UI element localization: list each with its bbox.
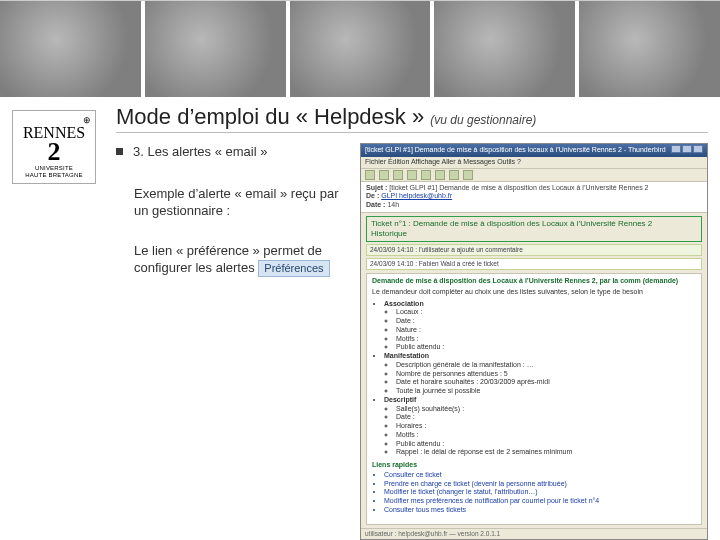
desc-label: Descriptif [384, 396, 416, 403]
banner-tile [290, 1, 435, 97]
banner-tile [579, 1, 720, 97]
email-body: Demande de mise à disposition des Locaux… [366, 273, 702, 525]
toolbar-icon[interactable] [407, 170, 417, 180]
ticket-title-box: Ticket n°1 : Demande de mise à dispositi… [366, 216, 702, 242]
explanatory-text: 3. Les alertes « email » Exemple d’alert… [116, 143, 346, 540]
body-heading: Demande de mise à disposition des Locaux… [372, 277, 696, 286]
ticket-title: Ticket n°1 : Demande de mise à dispositi… [371, 219, 697, 229]
email-window-title: [ticket GLPI #1] Demande de mise à dispo… [365, 146, 666, 155]
list-item: Salle(s) souhaitée(s) : [396, 405, 696, 414]
quick-link[interactable]: Modifier mes préférences de notification… [384, 497, 696, 506]
list-item: Nombre de personnes attendues : 5 [396, 370, 696, 379]
value-subject: [ticket GLPI #1] Demande de mise à dispo… [389, 184, 648, 191]
toolbar-icon[interactable] [435, 170, 445, 180]
email-headers: Sujet : [ticket GLPI #1] Demande de mise… [361, 182, 707, 213]
toolbar-icon[interactable] [393, 170, 403, 180]
email-toolbar[interactable] [361, 169, 707, 182]
section-title: 3. Les alertes « email » [133, 143, 267, 161]
university-logo: ⊕ RENNES 2 UNIVERSITE HAUTE BRETAGNE [12, 110, 96, 184]
window-controls [670, 145, 703, 156]
list-item: Description générale de la manifestation… [396, 361, 696, 370]
paragraph-preference: Le lien « préférence » permet de configu… [134, 242, 346, 278]
list-item: Toute la journée si possible [396, 387, 696, 396]
list-item: Public attendu : [396, 343, 696, 352]
email-screenshot: [ticket GLPI #1] Demande de mise à dispo… [360, 143, 708, 540]
label-from: De : [366, 192, 379, 199]
banner-tile [434, 1, 579, 97]
title-subscript: (vu du gestionnaire) [430, 113, 536, 127]
list-item: Locaux : [396, 308, 696, 317]
list-item: Rappel : le délai de réponse est de 2 se… [396, 448, 696, 457]
preferences-badge[interactable]: Préférences [258, 260, 329, 277]
logo-line-two: 2 [13, 138, 95, 165]
banner-tile [0, 1, 145, 97]
list-item: Motifs : [396, 431, 696, 440]
quick-link[interactable]: Modifier le ticket (changer le statut, l… [384, 488, 696, 497]
logo-line-region: HAUTE BRETAGNE [13, 172, 95, 178]
toolbar-icon[interactable] [365, 170, 375, 180]
header-banner [0, 1, 720, 99]
toolbar-icon[interactable] [421, 170, 431, 180]
ticket-subtitle: Historique [371, 229, 697, 239]
value-from[interactable]: GLPI helpdesk@uhb.fr [381, 192, 452, 199]
value-date: 14h [387, 201, 399, 208]
toolbar-icon[interactable] [379, 170, 389, 180]
close-icon[interactable] [693, 145, 703, 153]
history-entry: 24/03/09 14:10 : l’utilisateur a ajouté … [366, 244, 702, 256]
quick-link[interactable]: Consulter tous mes tickets [384, 506, 696, 515]
title-main: Mode d’emploi du « Helpdesk » [116, 104, 430, 129]
list-item: Horaires : [396, 422, 696, 431]
quick-link[interactable]: Consulter ce ticket [384, 471, 696, 480]
title-rule [116, 132, 708, 133]
label-date: Date : [366, 201, 385, 208]
logo-column: ⊕ RENNES 2 UNIVERSITE HAUTE BRETAGNE [0, 100, 110, 540]
maximize-icon[interactable] [682, 145, 692, 153]
toolbar-icon[interactable] [463, 170, 473, 180]
email-menubar[interactable]: Fichier Édition Affichage Aller à Messag… [361, 157, 707, 169]
list-item: Public attendu : [396, 440, 696, 449]
minimize-icon[interactable] [671, 145, 681, 153]
toolbar-icon[interactable] [449, 170, 459, 180]
page-title: Mode d’emploi du « Helpdesk » (vu du ges… [116, 104, 708, 130]
quick-links-title: Liens rapides [372, 461, 696, 470]
quick-link[interactable]: Prendre en charge ce ticket (devenir la … [384, 480, 696, 489]
body-intro: Le demandeur doit compléter au choix une… [372, 288, 696, 297]
email-window-titlebar: [ticket GLPI #1] Demande de mise à dispo… [361, 144, 707, 157]
assoc-label: Association [384, 300, 424, 307]
manif-label: Manifestation [384, 352, 429, 359]
history-entry: 24/03/09 14:10 : Fabien Wald a créé le t… [366, 258, 702, 270]
label-subject: Sujet : [366, 184, 387, 191]
bullet-icon [116, 148, 123, 155]
list-item: Date et horaire souhaités : 20/03/2009 a… [396, 378, 696, 387]
list-item: Nature : [396, 326, 696, 335]
banner-tile [145, 1, 290, 97]
list-item: Date : [396, 413, 696, 422]
list-item: Motifs : [396, 335, 696, 344]
paragraph-example: Exemple d’alerte « email » reçu par un g… [134, 185, 346, 220]
email-footer: utilisateur : helpdesk@uhb.fr — version … [361, 528, 707, 539]
list-item: Date : [396, 317, 696, 326]
